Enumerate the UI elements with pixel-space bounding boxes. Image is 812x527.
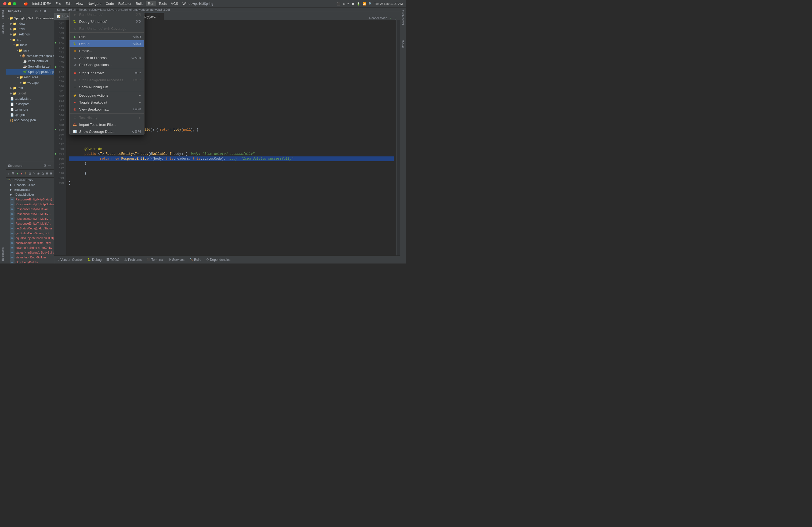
- tree-settings[interactable]: ▶ 📁 .settings: [6, 32, 54, 37]
- menu-coverage-data[interactable]: 📊 Show Coverage Data... ⌥⌘F6: [70, 128, 144, 135]
- structure-method-2[interactable]: m ResponseEntity(MultiValueMap<String, S…: [6, 207, 54, 211]
- notifications-tab[interactable]: Notifications: [401, 9, 405, 26]
- menu-profile[interactable]: ◈ Profile...: [70, 47, 144, 54]
- menu-running-list[interactable]: ☰ Show Running List: [70, 84, 144, 90]
- structure-method-5[interactable]: m ResponseEntity(T, MultiValueMap<String…: [6, 221, 54, 226]
- todo-tab[interactable]: ☰ TODO: [104, 257, 121, 263]
- project-tab[interactable]: Project: [1, 9, 5, 20]
- menu-run[interactable]: Run: [146, 1, 157, 6]
- menu-stop-bg[interactable]: ■ Stop Background Processes... ⇧⌘F2: [70, 76, 144, 84]
- tree-java[interactable]: ▾ 📁 java: [6, 48, 54, 53]
- dependencies-tab[interactable]: ⬡ Dependencies: [204, 257, 233, 263]
- structure-class-root[interactable]: ▾ C ResponseEntity: [6, 178, 54, 182]
- menu-refactor[interactable]: Refactor: [116, 1, 134, 6]
- build-tab[interactable]: 🔨 Build: [187, 257, 204, 263]
- menu-debug-actions[interactable]: ⚡ Debugging Actions ▶: [70, 92, 144, 99]
- structure-item-1[interactable]: ▶ I BodyBuilder: [6, 187, 54, 192]
- maximize-button[interactable]: [13, 2, 16, 5]
- run-dropdown-menu[interactable]: ▶ Run 'Unnamed' ⌘R 🐛 Debug 'Unnamed' ⌘D …: [69, 11, 144, 135]
- show-members-icon[interactable]: ◎: [28, 171, 32, 177]
- menu-vcs[interactable]: VCS: [169, 1, 180, 6]
- visibility-icon[interactable]: ◉: [37, 171, 40, 177]
- menu-debug-dots[interactable]: 🐛 Debug... ⌥⌘D: [70, 40, 144, 47]
- tree-package[interactable]: ▾ 📦 com.catalyst.appsailspring: [6, 53, 54, 59]
- filter-icon[interactable]: Y: [32, 171, 36, 177]
- apple-menu[interactable]: 🍎: [21, 1, 30, 6]
- menu-tools[interactable]: Tools: [156, 1, 169, 6]
- structure-method-11[interactable]: m status(HttpStatus): BodyBuilder: [6, 250, 54, 255]
- menu-intellij[interactable]: IntelliJ IDEA: [30, 1, 54, 6]
- tree-classpath[interactable]: 📄 .classpath: [6, 102, 54, 107]
- menu-run-dots[interactable]: ▶ Run... ⌥⌘R: [70, 33, 144, 40]
- menu-run-coverage[interactable]: ◎ Run 'Unnamed' with Coverage: [70, 25, 144, 32]
- tree-resources[interactable]: ▶ 📁 resources: [6, 75, 54, 80]
- sort-alpha-icon[interactable]: ↕: [7, 171, 11, 177]
- tree-test[interactable]: ▶ 📁 test: [6, 85, 54, 91]
- menu-run-unnamed[interactable]: ▶ Run 'Unnamed' ⌘R: [70, 11, 144, 18]
- hide-panel-icon[interactable]: —: [48, 9, 52, 13]
- tree-item-controller[interactable]: ☕ ItemController: [6, 59, 54, 64]
- more-tabs-icon[interactable]: ⋮: [394, 16, 397, 20]
- tree-gitignore[interactable]: 📄 .gitignore: [6, 107, 54, 112]
- debug-tab[interactable]: 🐛 Debug: [85, 257, 104, 263]
- menu-edit[interactable]: Edit: [63, 1, 74, 6]
- tree-target[interactable]: ▶ 📁 target: [6, 91, 54, 96]
- locate-icon[interactable]: ⊙: [35, 9, 38, 13]
- version-control-tab[interactable]: ⑂ Version Control: [55, 257, 85, 263]
- expand-icon[interactable]: ⊞: [45, 171, 49, 177]
- structure-method-6[interactable]: m getStatusCode(): HttpStatus: [6, 226, 54, 231]
- structure-method-4[interactable]: m ResponseEntity(T, MultiValueMap<String…: [6, 216, 54, 221]
- menu-edit-configs[interactable]: ⚙ Edit Configurations...: [70, 61, 144, 68]
- tree-root[interactable]: ▾ 📁 SpringAppSail ~/Documents/eclipse-wo…: [6, 16, 54, 21]
- menu-build[interactable]: Build: [134, 1, 146, 6]
- structure-method-13[interactable]: m ok(): BodyBuilder: [6, 260, 54, 264]
- menu-view-breakpoints[interactable]: ◎ View Breakpoints... ⇧⌘F8: [70, 106, 144, 113]
- tab-close-response[interactable]: ×: [157, 15, 161, 18]
- tree-item-servlet[interactable]: ☕ ServletInitializer: [6, 64, 54, 69]
- tree-idea[interactable]: ▶ 📁 .idea: [6, 21, 54, 26]
- menu-code[interactable]: Code: [103, 1, 116, 6]
- structure-hide-icon[interactable]: —: [48, 163, 52, 168]
- menu-file[interactable]: File: [54, 1, 63, 6]
- structure-method-10[interactable]: m toString(): String ↑HttpEntity: [6, 245, 54, 250]
- settings-icon[interactable]: ⚙: [43, 9, 47, 13]
- structure-method-9[interactable]: m hashCode(): int ↑HttpEntity: [6, 240, 54, 245]
- structure-tab-left[interactable]: Structure: [1, 21, 5, 35]
- menu-navigate[interactable]: Navigate: [85, 1, 103, 6]
- structure-item-0[interactable]: ▶ I HeadersBuilder: [6, 182, 54, 187]
- tree-mvn[interactable]: ▶ 📁 .mvn: [6, 26, 54, 32]
- tree-src[interactable]: ▾ 📁 src: [6, 37, 54, 42]
- structure-method-0[interactable]: m ResponseEntity(HttpStatus): [6, 197, 54, 202]
- tree-app-config[interactable]: { } app-config.json: [6, 118, 54, 123]
- structure-method-7[interactable]: m getStatusCodeValue(): int: [6, 231, 54, 236]
- menu-toggle-breakpoint[interactable]: ● Toggle Breakpoint ▶: [70, 99, 144, 106]
- sort-icon[interactable]: Ω: [41, 171, 45, 177]
- problems-tab[interactable]: ⚠ Problems: [122, 257, 144, 263]
- structure-method-1[interactable]: m ResponseEntity(T, HttpStatus): [6, 202, 54, 207]
- structure-settings-icon[interactable]: ⚙: [43, 163, 47, 168]
- structure-method-3[interactable]: m ResponseEntity(T, MultiValueMap<String…: [6, 211, 54, 216]
- project-dropdown-arrow[interactable]: ▾: [19, 10, 21, 13]
- structure-header[interactable]: Structure ⚙ —: [6, 162, 54, 169]
- tree-project[interactable]: 📄 .project: [6, 112, 54, 118]
- sort-type-icon[interactable]: ⇅: [11, 171, 15, 177]
- collapse-all-icon[interactable]: ≡: [39, 9, 42, 13]
- menu-import-tests[interactable]: 📥 Import Tests from File...: [70, 121, 144, 128]
- tree-item-spring-app[interactable]: 🌿 SpringAppSailApplication: [6, 69, 54, 75]
- structure-item-2[interactable]: ▶ C DefaultBuilder: [6, 192, 54, 197]
- close-button[interactable]: [3, 2, 6, 5]
- terminal-tab[interactable]: ⬛ Terminal: [144, 257, 166, 263]
- menu-stop-unnamed[interactable]: ■ Stop 'Unnamed' ⌘F2: [70, 70, 144, 76]
- minimize-button[interactable]: [8, 2, 11, 5]
- structure-method-8[interactable]: m equals(Object): boolean ↑HttpEntity: [6, 236, 54, 240]
- maven-tab[interactable]: Maven: [401, 39, 405, 50]
- show-fields-icon[interactable]: ●: [19, 171, 23, 177]
- show-inherited-icon[interactable]: ●: [15, 171, 19, 177]
- bookmarks-tab[interactable]: Bookmarks: [1, 246, 5, 262]
- tree-catalystsrc[interactable]: 📄 .catalystsrc: [6, 96, 54, 102]
- menu-test-history[interactable]: ⏱ Test History ▶: [70, 114, 144, 121]
- menu-attach[interactable]: ⊕ Attach to Process... ⌥⌥F5: [70, 54, 144, 61]
- menu-view[interactable]: View: [74, 1, 85, 6]
- menu-debug-unnamed[interactable]: 🐛 Debug 'Unnamed' ⌘D: [70, 18, 144, 25]
- services-tab[interactable]: ⚙ Services: [166, 257, 187, 263]
